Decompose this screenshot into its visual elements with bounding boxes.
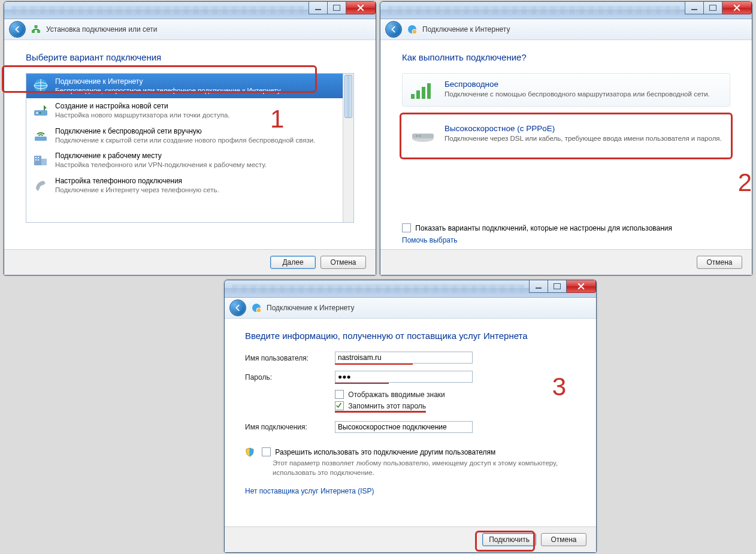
show-chars-checkbox[interactable]: Отображать вводимые знаки (335, 390, 445, 399)
page-heading: Введите информацию, полученную от постав… (245, 331, 576, 341)
option-title: Подключение к Интернету (55, 77, 282, 86)
window-buttons (529, 280, 596, 292)
titlebar-blur (388, 6, 680, 14)
header-bar: Установка подключения или сети (4, 19, 376, 40)
titlebar (4, 2, 376, 19)
scrollbar[interactable] (343, 74, 353, 222)
header-bar: Подключение к Интернету (380, 19, 752, 40)
checkbox-label: Разрешить использовать это подключение д… (275, 448, 495, 456)
checkbox-label: Отображать вводимые знаки (348, 390, 444, 399)
close-button[interactable] (722, 2, 752, 14)
svg-rect-18 (416, 90, 420, 99)
svg-rect-20 (427, 83, 431, 99)
next-button[interactable]: Далее (270, 256, 316, 269)
svg-rect-2 (35, 25, 38, 28)
modem-icon (410, 124, 436, 144)
help-choose-link[interactable]: Помочь выбрать (402, 236, 458, 244)
cancel-button[interactable]: Отмена (541, 533, 586, 546)
svg-rect-10 (41, 159, 47, 165)
checkbox-label: Показать варианты подключений, которые н… (415, 224, 672, 232)
label-username: Имя пользователя: (245, 354, 335, 362)
connection-options-list: Подключение к Интернету Беспроводное, ск… (26, 73, 354, 223)
content-area: Введите информацию, полученную от постав… (225, 319, 596, 526)
option-workplace[interactable]: Подключение к рабочему месту Настройка т… (26, 148, 353, 172)
checkbox-label: Запомнить этот пароль (348, 402, 426, 410)
cancel-button[interactable]: Отмена (697, 256, 742, 269)
content-area: Как выполнить подключение? Беспроводное … (380, 40, 752, 249)
option-title: Настройка телефонного подключения (55, 177, 219, 186)
content-area: Выберите вариант подключения Подключение… (4, 40, 376, 249)
window-setup-connection: Установка подключения или сети Выберите … (4, 1, 376, 276)
router-setup-icon (32, 102, 49, 119)
close-button[interactable] (567, 280, 596, 293)
option-manual-wireless[interactable]: Подключение к беспроводной сети вручную … (26, 123, 353, 148)
allow-others-section: Разрешить использовать это подключение д… (245, 447, 576, 477)
allow-others-checkbox[interactable]: Разрешить использовать это подключение д… (262, 448, 495, 456)
maximize-button[interactable] (548, 280, 567, 293)
maximize-button[interactable] (704, 2, 722, 14)
footer: Отмена (380, 249, 752, 275)
allow-others-desc: Этот параметр позволяет любому пользоват… (273, 459, 576, 477)
show-unconfigured-checkbox[interactable]: Показать варианты подключений, которые н… (402, 223, 730, 232)
option-desc: Подключение с помощью беспроводного марш… (444, 90, 710, 99)
annotation-number-2: 2 (738, 168, 752, 197)
row-remember: Запомнить этот пароль (245, 401, 576, 413)
cancel-button[interactable]: Отмена (320, 256, 366, 269)
svg-rect-11 (35, 157, 37, 158)
minimize-button[interactable] (309, 2, 328, 14)
svg-rect-19 (422, 87, 425, 99)
option-desc: Подключение к Интернету через телефонную… (55, 186, 219, 194)
footer: Далее Отмена (4, 249, 376, 275)
label-password: Пароль: (245, 373, 335, 382)
window-isp-info: Подключение к Интернету Введите информац… (224, 280, 597, 553)
workplace-icon (32, 152, 49, 168)
option-title: Подключение к беспроводной сети вручную (55, 127, 315, 136)
option-new-network[interactable]: Создание и настройка новой сети Настройк… (26, 98, 353, 123)
option-title: Высокоскоростное (с PPPoE) (444, 124, 722, 133)
header-title: Подключение к Интернету (267, 304, 355, 312)
svg-rect-22 (412, 134, 434, 138)
checkbox-icon (335, 390, 344, 399)
option-dialup[interactable]: Настройка телефонного подключения Подклю… (26, 173, 353, 198)
svg-point-26 (256, 308, 261, 313)
titlebar (225, 280, 596, 298)
wireless-bars-icon (410, 80, 436, 100)
titlebar (380, 2, 752, 19)
titlebar-blur (11, 6, 304, 14)
option-title: Беспроводное (444, 80, 710, 89)
close-button[interactable] (346, 2, 376, 14)
option-internet[interactable]: Подключение к Интернету Беспроводное, ск… (26, 74, 353, 98)
page-heading: Выберите вариант подключения (26, 52, 354, 62)
remember-password-checkbox[interactable]: Запомнить этот пароль (335, 402, 426, 410)
internet-icon (251, 302, 262, 313)
scrollbar-thumb[interactable] (344, 75, 352, 118)
back-button[interactable] (385, 21, 402, 38)
option-pppoe[interactable]: Высокоскоростное (с PPPoE) Подключение ч… (402, 115, 730, 153)
option-desc: Беспроводное, скоростное или телефонное … (55, 86, 282, 95)
globe-icon (32, 77, 49, 94)
username-input[interactable] (335, 352, 473, 364)
svg-point-7 (40, 112, 41, 114)
window-buttons (309, 2, 376, 14)
no-isp-link[interactable]: Нет поставщика услуг Интернета (ISP) (245, 487, 374, 495)
option-wireless[interactable]: Беспроводное Подключение с помощью беспр… (402, 73, 730, 107)
checkbox-icon (402, 223, 411, 232)
back-button[interactable] (9, 21, 26, 38)
header-title: Подключение к Интернету (422, 25, 510, 34)
page-heading: Как выполнить подключение? (402, 52, 730, 62)
minimize-button[interactable] (529, 280, 548, 293)
option-desc: Настройка телефонного или VPN-подключени… (55, 161, 267, 169)
connect-button[interactable]: Подключить (482, 533, 536, 546)
connection-name-input[interactable] (335, 421, 473, 433)
minimize-button[interactable] (685, 2, 704, 14)
maximize-button[interactable] (328, 2, 346, 14)
option-title: Подключение к рабочему месту (55, 152, 267, 161)
password-input[interactable] (335, 371, 473, 383)
svg-point-24 (419, 135, 421, 137)
header-bar: Подключение к Интернету (225, 298, 596, 319)
back-button[interactable] (229, 299, 246, 316)
svg-point-23 (416, 135, 418, 137)
svg-rect-14 (38, 159, 39, 161)
svg-point-6 (37, 112, 38, 114)
checkbox-checked-icon (335, 401, 344, 410)
